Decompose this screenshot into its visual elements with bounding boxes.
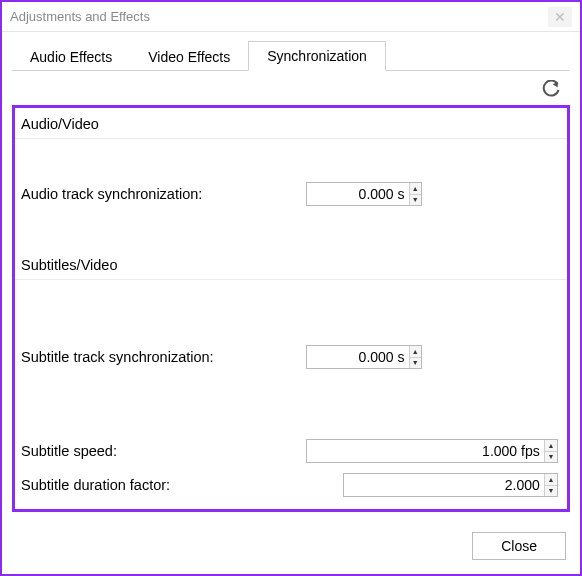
input-subtitle-speed[interactable]: ▲ ▼ — [306, 439, 558, 463]
spacer — [15, 280, 567, 340]
refresh-button[interactable] — [540, 79, 562, 101]
row-subtitle-sync: Subtitle track synchronization: ▲ ▼ — [15, 340, 567, 374]
window-adjustments-effects: Adjustments and Effects ✕ Audio Effects … — [0, 0, 582, 576]
footer: Close — [2, 522, 580, 574]
input-audio-sync-field[interactable] — [307, 183, 409, 205]
spin-up-icon[interactable]: ▲ — [545, 440, 557, 452]
input-subtitle-speed-field[interactable] — [307, 440, 544, 462]
group-subtitles-video: Subtitles/Video — [15, 249, 567, 280]
spin-up-icon[interactable]: ▲ — [410, 346, 421, 358]
spin-down-icon[interactable]: ▼ — [545, 486, 557, 497]
tab-video-effects[interactable]: Video Effects — [130, 43, 248, 71]
label-subtitle-speed: Subtitle speed: — [21, 443, 306, 459]
input-subtitle-sync-field[interactable] — [307, 346, 409, 368]
sync-panel: Audio/Video Audio track synchronization:… — [12, 105, 570, 512]
tab-synchronization[interactable]: Synchronization — [248, 41, 386, 71]
tabs: Audio Effects Video Effects Synchronizat… — [2, 32, 580, 70]
label-audio-sync: Audio track synchronization: — [21, 186, 306, 202]
input-subtitle-duration-field[interactable] — [344, 474, 544, 496]
spin-down-icon[interactable]: ▼ — [545, 452, 557, 463]
close-icon: ✕ — [554, 9, 566, 25]
tab-audio-effects[interactable]: Audio Effects — [12, 43, 130, 71]
spin-up-icon[interactable]: ▲ — [410, 183, 421, 195]
input-audio-sync[interactable]: ▲ ▼ — [306, 182, 422, 206]
spacer — [15, 211, 567, 249]
window-close-button[interactable]: ✕ — [548, 7, 572, 27]
spin-down-icon[interactable]: ▼ — [410, 358, 421, 369]
row-subtitle-duration: Subtitle duration factor: ▲ ▼ — [15, 468, 567, 502]
window-title: Adjustments and Effects — [10, 9, 548, 24]
group-audio-video: Audio/Video — [15, 108, 567, 139]
titlebar: Adjustments and Effects ✕ — [2, 2, 580, 32]
row-audio-sync: Audio track synchronization: ▲ ▼ — [15, 177, 567, 211]
close-button[interactable]: Close — [472, 532, 566, 560]
label-subtitle-sync: Subtitle track synchronization: — [21, 349, 306, 365]
spacer — [15, 374, 567, 434]
spacer — [15, 139, 567, 177]
spin-down-icon[interactable]: ▼ — [410, 195, 421, 206]
refresh-icon — [541, 80, 561, 100]
row-subtitle-speed: Subtitle speed: ▲ ▼ — [15, 434, 567, 468]
label-subtitle-duration: Subtitle duration factor: — [21, 477, 306, 493]
input-subtitle-sync[interactable]: ▲ ▼ — [306, 345, 422, 369]
spin-up-icon[interactable]: ▲ — [545, 474, 557, 486]
toolbar — [2, 71, 580, 105]
input-subtitle-duration[interactable]: ▲ ▼ — [343, 473, 558, 497]
